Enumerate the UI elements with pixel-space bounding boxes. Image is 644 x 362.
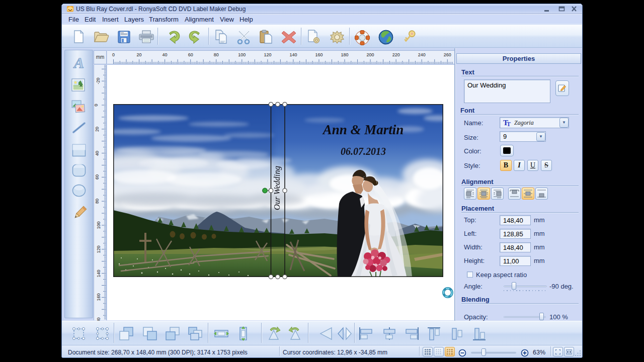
svg-text:T: T	[507, 121, 511, 127]
svg-text:Our Wedding: Our Wedding	[272, 166, 282, 210]
svg-text:Ann & Martin: Ann & Martin	[322, 122, 404, 137]
svg-text:06.07.2013: 06.07.2013	[341, 146, 386, 157]
svg-text:A: A	[73, 56, 84, 70]
svg-text:Zagoria: Zagoria	[514, 119, 534, 126]
